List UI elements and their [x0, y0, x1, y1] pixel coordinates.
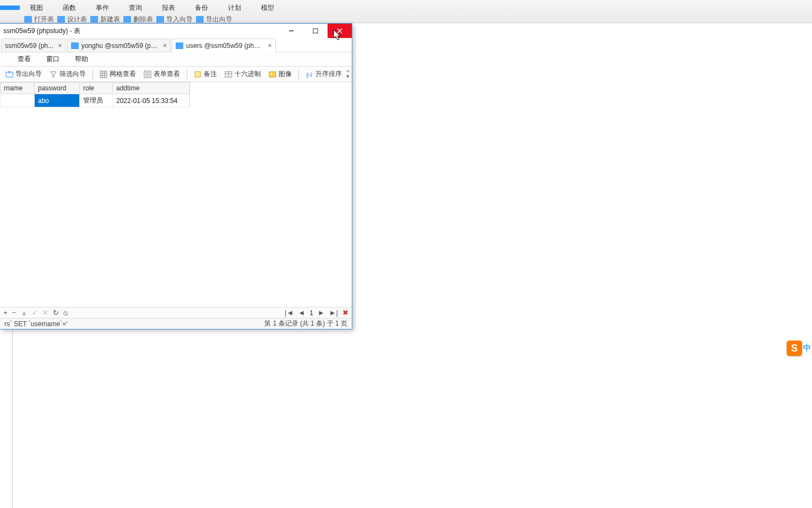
toolbar-import[interactable]: 导入向导 [156, 15, 193, 23]
nav-stop-button[interactable]: ⦸ [63, 309, 68, 317]
table-icon [57, 16, 65, 23]
tab-3[interactable]: users @ssm05w59 (phps... × [172, 39, 276, 52]
form-view-button[interactable]: 表单查看 [140, 68, 183, 80]
tab-bar: ssm05w59 (ph... × yonghu @ssm05w59 (ph..… [0, 38, 352, 52]
submenu-help[interactable]: 帮助 [67, 55, 96, 64]
main-menu-bar: 视图 函数 事件 查询 报表 备份 计划 模型 [0, 0, 812, 15]
close-button[interactable] [328, 24, 352, 38]
nav-page-number: 1 [309, 309, 313, 317]
toolbar-open[interactable]: 打开表 [24, 15, 54, 23]
tab-label: yonghu @ssm05w59 (ph... [81, 42, 159, 50]
status-record-count: 第 1 条记录 (共 1 条) 于 1 页 [264, 319, 347, 328]
nav-last-button[interactable]: ►| [329, 309, 338, 317]
menu-view[interactable]: 视图 [20, 1, 53, 15]
column-header-role[interactable]: role [80, 83, 113, 94]
tab-close-icon[interactable]: × [163, 41, 167, 50]
cell-addtime[interactable]: 2022-01-05 15:33:54 [113, 94, 190, 107]
editor-toolbar: 导出向导 筛选向导 网格查看 表单查看 备注 十六进制 图像 [0, 67, 352, 82]
maximize-button[interactable] [303, 24, 328, 38]
nav-remove-button[interactable]: − [12, 309, 17, 317]
menu-backup[interactable]: 备份 [185, 1, 218, 15]
sort-asc-icon: AZ [306, 71, 313, 78]
ime-indicator[interactable]: S 中 [787, 341, 811, 356]
menu-function[interactable]: 函数 [53, 1, 86, 15]
title-bar[interactable]: ssm05w59 (phpstudy) - 表 [0, 24, 352, 38]
sort-asc-button[interactable]: AZ 升序排序 [302, 68, 345, 80]
main-toolbar: 打开表 设计表 新建表 删除表 导入向导 导出向导 [0, 15, 812, 23]
editor-menu-bar: 查看 窗口 帮助 [0, 52, 352, 67]
table-icon [156, 16, 164, 23]
svg-rect-1 [313, 29, 318, 33]
filter-wizard-button[interactable]: 筛选向导 [46, 68, 89, 80]
nav-first-button[interactable]: |◄ [285, 309, 293, 317]
status-sql: rs` SET `username`=' [4, 320, 67, 328]
submenu-window[interactable]: 窗口 [39, 55, 67, 64]
nav-tool-button[interactable]: ✖ [342, 309, 348, 317]
ime-language: 中 [803, 343, 811, 353]
cell-username[interactable] [1, 94, 35, 107]
toolbar-delete[interactable]: 删除表 [123, 15, 153, 23]
table-icon [90, 16, 98, 23]
table-icon [196, 16, 204, 23]
image-icon [269, 71, 276, 78]
toolbar-overflow-button[interactable]: »▾ [346, 68, 350, 79]
hex-icon [225, 71, 232, 78]
grid-icon [100, 71, 107, 78]
tab-close-icon[interactable]: × [58, 41, 62, 50]
column-header-password[interactable]: password [35, 83, 80, 94]
nav-check-button[interactable]: ✓ [32, 309, 38, 317]
data-grid[interactable]: rname password role addtime abo 管理员 2022… [0, 82, 352, 307]
table-editor-window: ssm05w59 (phpstudy) - 表 ssm05w59 (ph... … [0, 23, 352, 329]
separator [187, 69, 187, 79]
menu-schedule[interactable]: 计划 [218, 1, 251, 15]
nav-refresh-button[interactable]: ↻ [53, 309, 59, 317]
cell-role[interactable]: 管理员 [80, 94, 113, 107]
tab-close-icon[interactable]: × [268, 41, 272, 50]
table-icon [71, 42, 79, 49]
sogou-logo-icon: S [787, 341, 802, 356]
tab-label: ssm05w59 (ph... [5, 42, 53, 50]
minimize-button[interactable] [279, 24, 303, 38]
table-icon [24, 16, 32, 23]
menu-model[interactable]: 模型 [251, 1, 284, 15]
memo-button[interactable]: 备注 [190, 68, 220, 80]
memo-icon [194, 71, 201, 78]
menu-event[interactable]: 事件 [86, 1, 119, 15]
cell-password[interactable]: abo [35, 94, 80, 107]
nav-add-button[interactable]: + [3, 309, 8, 317]
tab-1[interactable]: ssm05w59 (ph... × [1, 39, 66, 52]
window-controls [279, 24, 352, 38]
separator [92, 69, 93, 79]
nav-up-button[interactable]: ▲ [20, 309, 28, 317]
submenu-view[interactable]: 查看 [10, 55, 39, 64]
svg-rect-5 [100, 71, 107, 78]
svg-point-19 [271, 73, 273, 74]
filter-icon [50, 71, 57, 78]
toolbar-design[interactable]: 设计表 [57, 15, 87, 23]
separator [298, 69, 299, 79]
table-icon [176, 42, 183, 49]
toolbar-export[interactable]: 导出向导 [196, 15, 232, 23]
record-nav-bar: + − ▲ ✓ ✕ ↻ ⦸ |◄ ◄ 1 ► ►| ✖ [0, 307, 352, 318]
menu-report[interactable]: 报表 [152, 1, 185, 15]
image-button[interactable]: 图像 [265, 68, 295, 80]
menu-query[interactable]: 查询 [119, 1, 152, 15]
tab-label: users @ssm05w59 (phps... [186, 42, 263, 50]
svg-rect-14 [195, 72, 200, 77]
nav-next-button[interactable]: ► [318, 309, 325, 317]
table-icon [123, 16, 131, 23]
nav-cancel-button[interactable]: ✕ [42, 309, 48, 317]
svg-rect-18 [269, 72, 276, 77]
export-wizard-button[interactable]: 导出向导 [2, 68, 45, 80]
export-icon [6, 71, 13, 78]
nav-prev-button[interactable]: ◄ [298, 309, 305, 317]
grid-view-button[interactable]: 网格查看 [96, 68, 139, 80]
table-row[interactable]: abo 管理员 2022-01-05 15:33:54 [1, 94, 190, 107]
tab-2[interactable]: yonghu @ssm05w59 (ph... × [67, 39, 171, 52]
hex-button[interactable]: 十六进制 [221, 68, 264, 80]
window-title: ssm05w59 (phpstudy) - 表 [0, 26, 279, 36]
column-header-username[interactable]: rname [1, 83, 35, 94]
main-menu-active[interactable] [0, 6, 20, 10]
toolbar-new[interactable]: 新建表 [90, 15, 120, 23]
column-header-addtime[interactable]: addtime [113, 83, 190, 94]
